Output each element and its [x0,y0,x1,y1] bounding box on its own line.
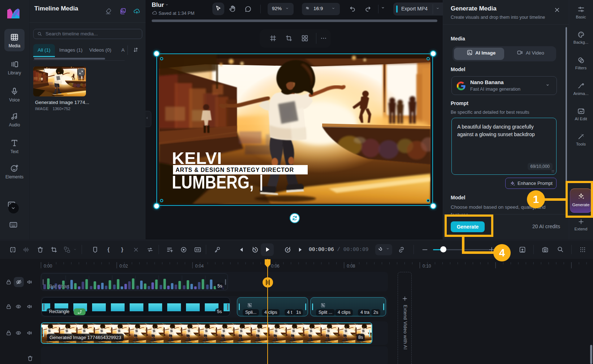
svg-text:{: { [108,247,110,252]
svg-text:0:10: 0:10 [423,264,431,269]
svg-text:0:04: 0:04 [195,264,204,269]
svg-text:0:06: 0:06 [271,264,280,269]
svg-text:5: 5 [287,249,288,251]
svg-text:0:02: 0:02 [120,264,128,269]
svg-text:5: 5 [255,249,256,251]
svg-text:}: } [121,247,124,252]
svg-text:0:08: 0:08 [347,264,355,269]
svg-text:0:00: 0:00 [44,264,52,269]
